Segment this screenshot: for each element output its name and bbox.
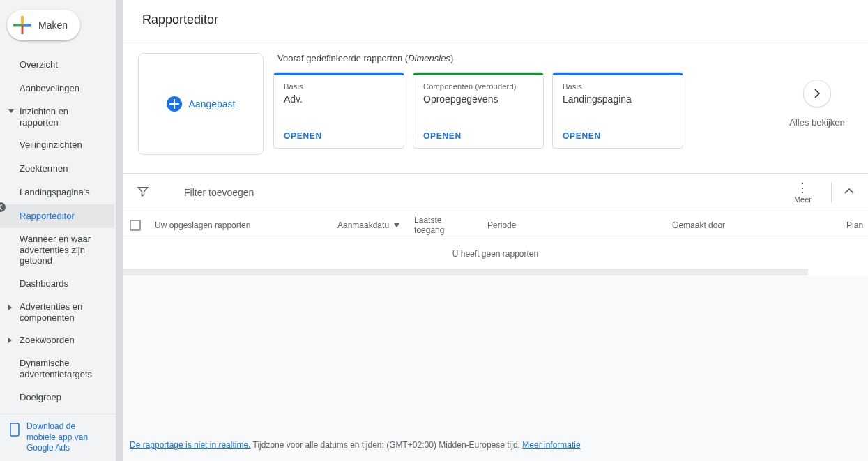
predefined-reports-header: Vooraf gedefinieerde rapporten (Dimensie… [273, 53, 770, 63]
chevron-right-icon [813, 89, 821, 98]
page-title-bar: Rapporteditor [123, 0, 868, 40]
nav-inzichten-en-rapporten[interactable]: Inzichten en rapporten [0, 100, 114, 133]
divider [831, 182, 832, 203]
report-cards-row: Aangepast Vooraf gedefinieerde rapporten… [123, 40, 868, 173]
sort-desc-icon [393, 220, 400, 230]
google-plus-icon [13, 16, 31, 34]
collapse-panel-button[interactable] [844, 186, 854, 198]
card-title: Adv. [284, 93, 394, 105]
table-header-row: Uw opgeslagen rapporten Aanmaakdatu Laat… [123, 211, 868, 239]
open-report-button[interactable]: OPENEN [423, 131, 533, 141]
create-button[interactable]: Maken [7, 10, 80, 40]
nav-veilinginzichten[interactable]: Veilinginzichten [0, 133, 114, 157]
card-title: Oproepgegevens [423, 93, 533, 105]
filter-bar: Filter toevoegen ⋮ Meer [123, 173, 868, 211]
plus-icon [167, 96, 182, 112]
nav-overzicht[interactable]: Overzicht [0, 53, 114, 77]
card-accent-bar [274, 73, 404, 75]
add-filter-button[interactable]: Filter toevoegen [184, 187, 254, 198]
more-info-link[interactable]: Meer informatie [522, 440, 580, 450]
col-last-access[interactable]: Laatste toegang [407, 216, 480, 235]
phone-icon [10, 423, 20, 439]
main-content: Rapporteditor Aangepast Vooraf gedefinie… [123, 0, 868, 461]
create-button-label: Maken [38, 20, 68, 31]
nav-advertenties-en-componenten[interactable]: Advertenties en componenten [0, 296, 114, 328]
more-menu-button[interactable]: ⋮ Meer [787, 181, 818, 204]
nav-wanneer-en-waar[interactable]: Wanneer en waar advertenties zijn getoon… [0, 228, 114, 272]
nav-aanbevelingen[interactable]: Aanbevelingen [0, 77, 114, 100]
card-category: Basis [284, 82, 394, 91]
sidebar-resize-handle[interactable] [116, 0, 123, 461]
card-title: Landingspagina [563, 93, 673, 105]
nav-landingspaginas[interactable]: Landingspagina's [0, 181, 114, 204]
col-created-date[interactable]: Aanmaakdatu [330, 220, 407, 230]
card-accent-bar [553, 73, 683, 75]
chevron-left-icon [0, 204, 3, 210]
open-report-button[interactable]: OPENEN [563, 131, 673, 141]
sidebar: Maken Overzicht Aanbevelingen Inzichten … [0, 0, 116, 461]
card-category: Basis [563, 82, 673, 91]
select-all-checkbox[interactable] [123, 220, 148, 231]
col-made-by[interactable]: Gemaakt door [665, 220, 839, 230]
chevron-right-icon [8, 338, 12, 343]
realtime-info-link[interactable]: De rapportage is niet in realtime. [130, 440, 250, 450]
view-all-link[interactable]: Alles bekijken [789, 117, 845, 128]
card-category: Componenten (verouderd) [423, 82, 533, 91]
more-vertical-icon: ⋮ [796, 181, 809, 194]
nav-doelgroep[interactable]: Doelgroep [0, 385, 114, 409]
col-period[interactable]: Periode [480, 220, 665, 230]
predefined-report-card[interactable]: BasisLandingspaginaOPENEN [552, 72, 683, 149]
table-empty-message: U heeft geen rapporten [123, 239, 868, 269]
custom-report-card[interactable]: Aangepast [138, 53, 264, 155]
chevron-down-icon [8, 109, 14, 113]
nav-zoektermen[interactable]: Zoektermen [0, 157, 114, 181]
nav-dashboards[interactable]: Dashboards [0, 272, 114, 296]
col-saved-reports[interactable]: Uw opgeslagen rapporten [148, 220, 330, 230]
reports-table: Uw opgeslagen rapporten Aanmaakdatu Laat… [123, 211, 868, 269]
footer-note: De rapportage is niet in realtime. Tijdz… [123, 430, 868, 461]
nav-rapporteditor[interactable]: Rapporteditor [0, 204, 114, 228]
next-cards-button[interactable] [803, 80, 831, 107]
chevron-right-icon [8, 305, 12, 310]
download-mobile-app-link[interactable]: Download de mobiele app van Google Ads [0, 414, 116, 461]
nav-dynamische-advertentietargets[interactable]: Dynamische advertentietargets [0, 352, 114, 385]
nav-zoekwoorden[interactable]: Zoekwoorden [0, 328, 114, 352]
page-title: Rapporteditor [142, 13, 848, 27]
chevron-up-icon [844, 186, 854, 196]
predefined-report-card[interactable]: Componenten (verouderd)OproepgegevensOPE… [413, 72, 544, 149]
filter-icon[interactable] [137, 185, 149, 199]
predefined-report-card[interactable]: BasisAdv.OPENEN [273, 72, 404, 149]
col-plan[interactable]: Plan [839, 220, 868, 230]
horizontal-scrollbar[interactable] [123, 269, 868, 275]
sidebar-nav: Overzicht Aanbevelingen Inzichten en rap… [0, 53, 116, 414]
svg-rect-0 [10, 423, 19, 436]
open-report-button[interactable]: OPENEN [284, 131, 394, 141]
card-accent-bar [413, 73, 543, 75]
